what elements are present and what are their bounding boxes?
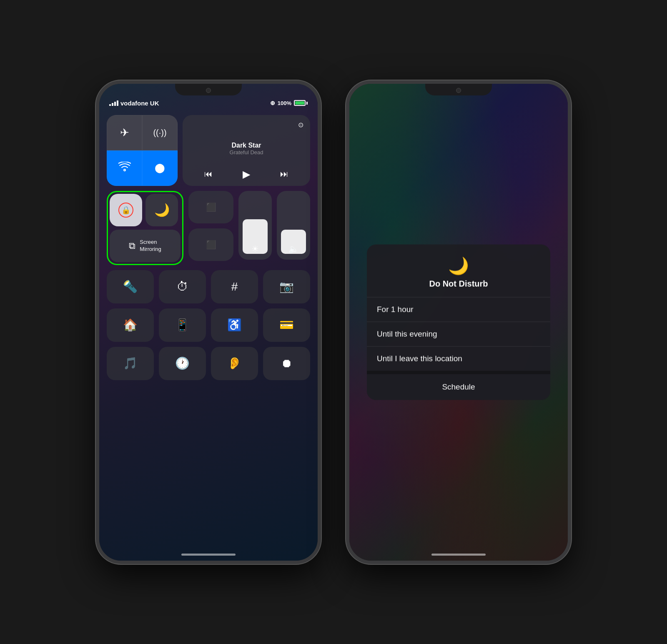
signal-bar-4 [117, 100, 118, 106]
flashlight-button[interactable]: 🔦 [107, 270, 154, 303]
mute-switch[interactable] [96, 117, 98, 134]
rewind-button[interactable]: ⏮ [204, 169, 213, 179]
battery-fill [295, 101, 304, 105]
cellular-button[interactable]: ((·)) [142, 115, 178, 150]
media-player-block: ⊙ Dark Star Grateful Dead ⏮ ▶ ⏭ [183, 115, 310, 186]
flashlight-icon: 🔦 [123, 280, 138, 293]
airplane-icon: ✈ [120, 126, 129, 139]
airplay-icon[interactable]: ⊙ [298, 121, 303, 129]
dnd-option-until-leave[interactable]: Until I leave this location [367, 346, 550, 371]
signal-bar-3 [114, 102, 116, 106]
timer-button[interactable]: ⏱ [159, 270, 206, 303]
bottom-grid-3: 🎵 🕐 👂 ⏺ [107, 347, 310, 380]
dnd-header: 🌙 Do Not Disturb [367, 244, 550, 297]
rotation-lock-icon: 🔒 [118, 203, 133, 218]
control-center-grid: ✈ ((·)) ⬤ ⊙ [107, 115, 310, 380]
media-info: Dark Star Grateful Dead [189, 142, 303, 155]
do-not-disturb-button[interactable]: 🌙 [145, 194, 178, 226]
unknown-icon-1: ⬛ [206, 202, 216, 212]
unknown-toggle-1[interactable]: ⬛ [188, 191, 233, 223]
hearing-icon: 👂 [227, 356, 242, 370]
dnd-moon-icon: 🌙 [448, 256, 469, 276]
play-button[interactable]: ▶ [243, 168, 250, 180]
dnd-schedule-button[interactable]: Schedule [367, 374, 550, 400]
carrier-info: vodafone UK [109, 100, 159, 107]
accessibility-icon: ♿ [227, 318, 242, 332]
phone-1: vodafone UK ⊕ 100% ✈ ((·)) [96, 80, 321, 564]
screen-record-button[interactable]: ⏺ [263, 347, 310, 380]
home-icon: 🏠 [123, 318, 138, 332]
brightness-slider[interactable]: ☀ [238, 191, 272, 260]
wifi-button[interactable] [107, 150, 142, 186]
location-icon: ⊕ [270, 100, 275, 106]
bottom-grid-1: 🔦 ⏱ # 📷 [107, 270, 310, 303]
cc-row-2: 🔒 🌙 ⧉ ScreenMirroring ⬛ [107, 191, 310, 265]
dnd-option-until-evening[interactable]: Until this evening [367, 322, 550, 346]
dnd-title: Do Not Disturb [429, 279, 488, 288]
bluetooth-button[interactable]: ⬤ [142, 150, 178, 186]
fast-forward-button[interactable]: ⏭ [280, 169, 288, 179]
highlighted-section: 🔒 🌙 ⧉ ScreenMirroring [107, 191, 183, 265]
battery-indicator [294, 100, 308, 106]
dnd-popup: 🌙 Do Not Disturb For 1 hour Until this e… [367, 244, 550, 400]
cc-row-1: ✈ ((·)) ⬤ ⊙ [107, 115, 310, 186]
unknown-icon-2: ⬛ [206, 240, 216, 250]
airplane-mode-button[interactable]: ✈ [107, 115, 142, 150]
connectivity-block: ✈ ((·)) ⬤ [107, 115, 178, 186]
phone-2: 🌙 Do Not Disturb For 1 hour Until this e… [346, 80, 571, 564]
status-bar: vodafone UK ⊕ 100% [109, 100, 308, 107]
volume-fill [281, 230, 306, 254]
remote-icon: 📱 [175, 318, 190, 332]
carrier-name: vodafone UK [120, 100, 159, 107]
right-toggle-col: ⬛ ⬛ [188, 191, 233, 261]
screen-mirroring-icon: ⧉ [129, 241, 135, 251]
brightness-fill [243, 219, 268, 254]
home-indicator[interactable] [181, 554, 236, 556]
phone2-mute-switch[interactable] [346, 117, 348, 134]
volume-slider[interactable]: 🔈 [277, 191, 310, 260]
toggle-row-highlighted: 🔒 🌙 [110, 194, 181, 226]
wifi-icon [118, 162, 131, 175]
wallet-icon: 💳 [279, 318, 294, 332]
media-controls: ⏮ ▶ ⏭ [189, 168, 303, 180]
battery-tip [306, 102, 308, 105]
calculator-icon: # [231, 280, 238, 293]
timer-icon: ⏱ [177, 280, 188, 293]
wallet-button[interactable]: 💳 [263, 308, 310, 342]
lock-symbol: 🔒 [121, 205, 130, 215]
volume-down-button[interactable] [96, 171, 98, 194]
media-artist: Grateful Dead [189, 149, 303, 155]
battery-percent: 100% [278, 100, 291, 106]
rotation-lock-button[interactable]: 🔒 [110, 194, 142, 226]
phone2-home-indicator[interactable] [431, 554, 486, 556]
moon-icon: 🌙 [154, 203, 170, 217]
volume-up-button[interactable] [96, 142, 98, 165]
media-title: Dark Star [189, 142, 303, 149]
media-top: ⊙ [189, 121, 303, 129]
accessibility-button[interactable]: ♿ [211, 308, 258, 342]
unknown-toggle-2[interactable]: ⬛ [188, 228, 233, 261]
calculator-button[interactable]: # [211, 270, 258, 303]
screen-mirroring-label: ScreenMirroring [140, 239, 161, 253]
dnd-option-for-1-hour[interactable]: For 1 hour [367, 297, 550, 322]
signal-bar-2 [112, 103, 113, 106]
stopwatch-button[interactable]: 🕐 [159, 347, 206, 380]
hearing-button[interactable]: 👂 [211, 347, 258, 380]
signal-bar-1 [109, 104, 111, 106]
phone2-front-camera [456, 88, 461, 93]
bottom-grid-2: 🏠 📱 ♿ 💳 [107, 308, 310, 342]
cellular-icon: ((·)) [153, 128, 166, 138]
bluetooth-icon: ⬤ [155, 163, 165, 173]
camera-icon: 📷 [279, 280, 294, 293]
front-camera [206, 88, 211, 93]
battery-body [294, 100, 306, 106]
remote-button[interactable]: 📱 [159, 308, 206, 342]
phone2-volume-down-button[interactable] [346, 171, 348, 194]
camera-button[interactable]: 📷 [263, 270, 310, 303]
screen-mirroring-button[interactable]: ⧉ ScreenMirroring [110, 230, 181, 262]
status-right: ⊕ 100% [270, 100, 308, 106]
screen-record-icon: ⏺ [281, 356, 293, 370]
phone2-volume-up-button[interactable] [346, 142, 348, 165]
shazam-button[interactable]: 🎵 [107, 347, 154, 380]
home-button[interactable]: 🏠 [107, 308, 154, 342]
